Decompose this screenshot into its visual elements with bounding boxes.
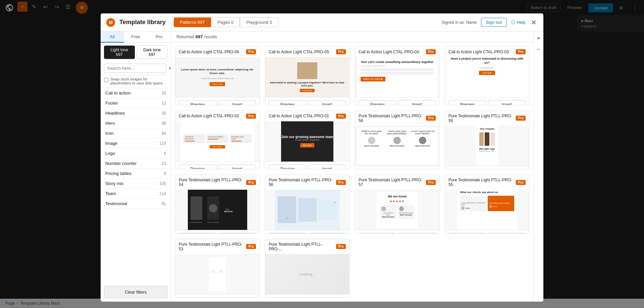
modal-overlay: M Template library Patterns 697 Pages 0 … [0, 0, 644, 15]
modal-header: M Template library Patterns 697 Pages 0 … [101, 13, 543, 15]
template-library-modal: M Template library Patterns 697 Pages 0 … [101, 13, 543, 15]
